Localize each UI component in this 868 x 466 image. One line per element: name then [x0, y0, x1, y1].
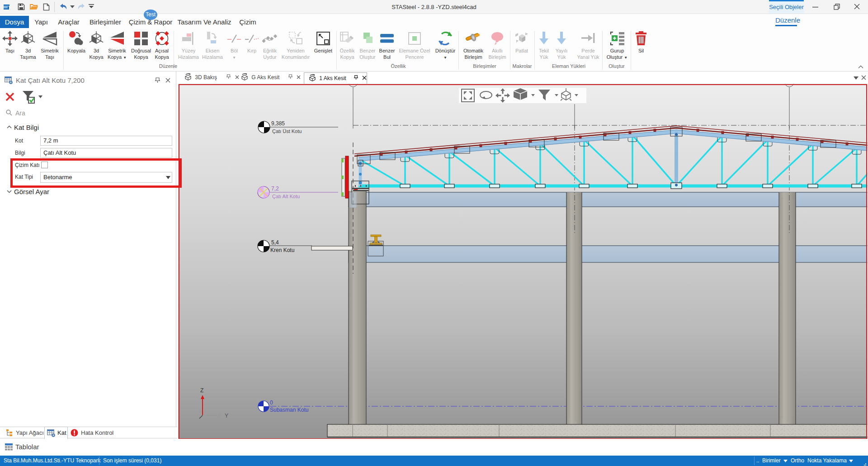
svg-text:0: 0 — [270, 399, 273, 406]
svg-text:5,4: 5,4 — [271, 239, 279, 246]
svg-text:Y: Y — [225, 413, 228, 419]
svg-text:Çatı Alt Kotu: Çatı Alt Kotu — [272, 194, 300, 199]
svg-text:Subasman Kotu: Subasman Kotu — [270, 407, 308, 413]
svg-text:7,2: 7,2 — [271, 185, 279, 192]
svg-text:Z: Z — [200, 387, 203, 394]
svg-text:Çatı Üst Kotu: Çatı Üst Kotu — [272, 128, 302, 134]
svg-text:9,385: 9,385 — [271, 120, 285, 127]
svg-text:Kren Kotu: Kren Kotu — [270, 247, 294, 253]
